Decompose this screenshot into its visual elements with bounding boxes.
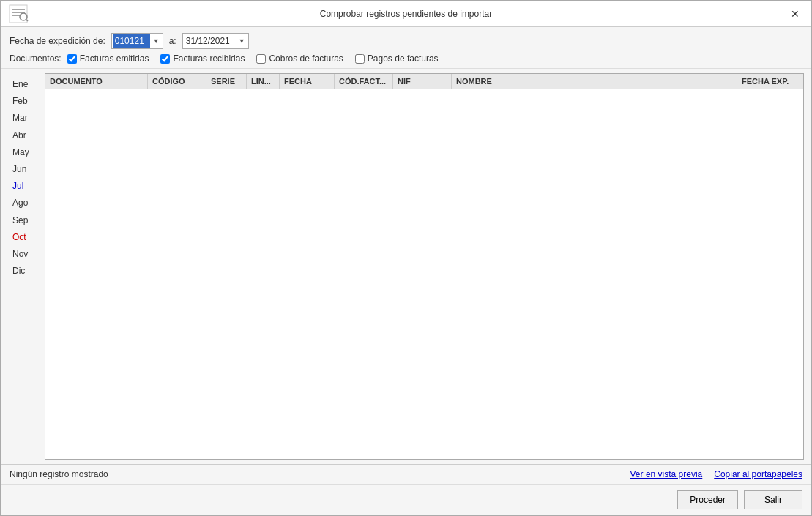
salir-button[interactable]: Salir [744,490,802,509]
th-fecha: FECHA [280,74,335,89]
table-header: DOCUMENTO CÓDIGO SERIE LIN... FECHA CÓD.… [45,74,803,89]
date-to-select[interactable]: ▼ [182,33,249,49]
fecha-label: Fecha de expedición de: [10,36,105,46]
month-sidebar: EneFebMarAbrMayJunJulAgoSepOctNovDic [8,73,45,460]
checkbox-facturas-emitidas-label: Facturas emitidas [80,53,149,64]
dialog: Comprobar registros pendientes de import… [0,0,812,516]
close-button[interactable]: ✕ [786,7,804,20]
documentos-row: Documentos: Facturas emitidas Facturas r… [10,53,802,64]
documentos-label: Documentos: [10,53,62,64]
th-fechaexp: FECHA EXP. [737,74,803,89]
title-bar-left [8,4,29,24]
checkbox-facturas-recibidas-input[interactable] [160,54,170,64]
footer: Ningún registro mostrado Ver en vista pr… [1,464,811,484]
checkbox-pagos-facturas-label: Pagos de facturas [368,53,439,64]
bottom-bar: Proceder Salir [1,484,811,515]
month-item-abr[interactable]: Abr [8,127,45,144]
checkbox-facturas-emitidas[interactable]: Facturas emitidas [67,53,149,64]
th-codigo: CÓDIGO [148,74,206,89]
checkbox-pagos-facturas[interactable]: Pagos de facturas [355,53,439,64]
date-separator: a: [169,36,176,46]
proceder-button[interactable]: Proceder [677,490,738,509]
checkbox-cobros-facturas-label: Cobros de facturas [269,53,343,64]
app-icon [8,4,29,24]
month-item-jun[interactable]: Jun [8,161,45,178]
date-to-input[interactable] [185,34,236,48]
th-documento: DOCUMENTO [45,74,148,89]
month-item-jul[interactable]: Jul [8,178,45,195]
th-nif: NIF [393,74,452,89]
date-to-arrow[interactable]: ▼ [237,37,247,45]
th-codfact: CÓD.FACT... [335,74,393,89]
date-from-arrow[interactable]: ▼ [152,37,161,45]
month-item-ago[interactable]: Ago [8,195,45,212]
month-item-oct[interactable]: Oct [8,229,45,246]
checkbox-cobros-facturas[interactable]: Cobros de facturas [256,53,343,64]
month-item-ene[interactable]: Ene [8,76,45,93]
dialog-title: Comprobar registros pendientes de import… [320,9,492,19]
preview-link[interactable]: Ver en vista previa [630,469,703,479]
month-item-mar[interactable]: Mar [8,110,45,127]
title-bar: Comprobar registros pendientes de import… [1,1,811,27]
checkbox-facturas-recibidas[interactable]: Facturas recibidas [160,53,245,64]
checkbox-facturas-emitidas-input[interactable] [67,54,77,64]
th-lin: LIN... [247,74,280,89]
table-body [45,89,803,459]
month-item-feb[interactable]: Feb [8,93,45,110]
th-nombre: NOMBRE [452,74,737,89]
table-container: DOCUMENTO CÓDIGO SERIE LIN... FECHA CÓD.… [45,73,804,460]
checkbox-group: Facturas emitidas Facturas recibidas Cob… [67,53,439,64]
month-item-sep[interactable]: Sep [8,212,45,229]
date-from-input[interactable] [113,34,150,48]
date-from-select[interactable]: ▼ [111,33,163,49]
fecha-row: Fecha de expedición de: ▼ a: ▼ [10,33,802,49]
month-item-dic[interactable]: Dic [8,263,45,280]
month-item-may[interactable]: May [8,144,45,161]
month-item-nov[interactable]: Nov [8,246,45,263]
footer-status: Ningún registro mostrado [10,469,108,479]
checkbox-pagos-facturas-input[interactable] [355,54,365,64]
checkbox-cobros-facturas-input[interactable] [256,54,266,64]
content-area: EneFebMarAbrMayJunJulAgoSepOctNovDic DOC… [1,69,811,464]
checkbox-facturas-recibidas-label: Facturas recibidas [173,53,245,64]
clipboard-link[interactable]: Copiar al portapapeles [714,469,802,479]
footer-links: Ver en vista previa Copiar al portapapel… [630,469,802,479]
th-serie: SERIE [206,74,247,89]
toolbar: Fecha de expedición de: ▼ a: ▼ Documento… [1,27,811,69]
